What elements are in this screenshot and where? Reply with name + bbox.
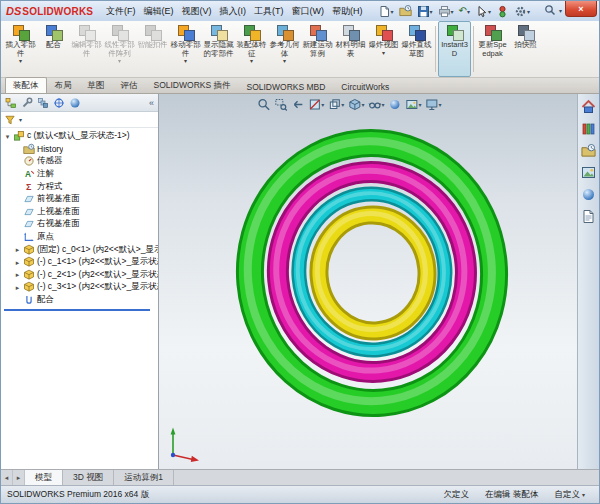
print-button[interactable]: ▾ — [437, 4, 455, 19]
tree-item-origin[interactable]: 原点 — [1, 231, 158, 244]
expand-icon[interactable]: ▸ — [14, 271, 21, 278]
tree-item-mates[interactable]: 配合 — [1, 294, 158, 307]
mate-button[interactable]: 配合 — [37, 21, 70, 77]
ring-assembly-model[interactable] — [159, 94, 577, 469]
tab-solidworks-mbd[interactable]: SOLIDWORKS MBD — [238, 79, 333, 93]
expand-icon[interactable]: ▸ — [14, 246, 21, 253]
zoom-to-fit-icon[interactable] — [256, 97, 271, 112]
close-button[interactable]: × — [565, 1, 597, 17]
graphics-area[interactable]: ▾ ▾ ▾ ▾ ▾ ▾ — [159, 94, 577, 469]
plane-icon — [23, 193, 35, 205]
move-component-button[interactable]: 移动零部件 ▾ — [169, 21, 202, 77]
view-settings-icon[interactable]: ▾ — [424, 97, 442, 112]
display-style-icon[interactable]: ▾ — [347, 97, 365, 112]
tree-item-front-plane[interactable]: 前视基准面 — [1, 193, 158, 206]
select-button[interactable]: ▾ — [474, 4, 492, 19]
exploded-view-button[interactable]: 爆炸视图 ▾ — [367, 21, 400, 77]
status-custom-dropdown[interactable]: 自定义▾ — [554, 489, 585, 501]
tree-item-top-plane[interactable]: 上视基准面 — [1, 206, 158, 219]
tree-item-component-c0[interactable]: ▸ (固定) c_0<1> (内2<<默认>_显示状态 — [1, 243, 158, 256]
section-view-icon[interactable]: ▾ — [307, 97, 325, 112]
tab-model[interactable]: 模型 — [25, 470, 63, 485]
collapse-panel-icon[interactable]: « — [149, 98, 154, 108]
tree-item-component-c2[interactable]: ▸ (-) c_2<1> (内2<<默认>_显示状态 1> — [1, 269, 158, 282]
menu-view[interactable]: 视图(V) — [178, 2, 216, 21]
chevron-down-icon[interactable]: ▾ — [559, 7, 562, 14]
show-hidden-components-button[interactable]: 显示隐藏的零部件 — [202, 21, 235, 77]
tab-motion-study-1[interactable]: 运动算例1 — [114, 470, 174, 485]
tree-item-label: History — [37, 144, 63, 154]
zoom-to-area-icon[interactable] — [273, 97, 288, 112]
options-button[interactable]: ▾ — [513, 4, 531, 19]
tree-item-component-c1[interactable]: ▸ (-) c_1<1> (内2<<默认>_显示状态 1> — [1, 256, 158, 269]
propertymanager-tab-icon[interactable] — [21, 97, 33, 109]
tree-item-annotations[interactable]: 注解 — [1, 168, 158, 181]
edit-appearance-icon[interactable] — [387, 97, 402, 112]
instant3d-icon — [447, 25, 463, 40]
chevron-down-icon: ▾ — [19, 58, 22, 64]
menu-help[interactable]: 帮助(H) — [328, 2, 367, 21]
assembly-features-button[interactable]: 装配体特征 ▾ — [235, 21, 268, 77]
take-snapshot-button[interactable]: 拍快照 — [509, 21, 542, 77]
custom-properties-icon[interactable] — [580, 208, 598, 225]
new-document-button[interactable]: ▾ — [377, 4, 395, 19]
update-speedpak-button[interactable]: 更新Speedpak — [476, 21, 509, 77]
tab-circuitworks[interactable]: CircuitWorks — [333, 79, 397, 93]
view-orientation-icon[interactable]: ▾ — [327, 97, 345, 112]
appearances-scenes-icon[interactable] — [580, 186, 598, 203]
tree-item-sensors[interactable]: 传感器 — [1, 155, 158, 168]
menu-insert[interactable]: 插入(I) — [216, 2, 251, 21]
instant3d-button[interactable]: Instant3D — [438, 21, 471, 77]
tab-scroll-right-icon[interactable]: ▸ — [13, 470, 25, 485]
rollback-bar[interactable] — [4, 309, 150, 311]
linear-component-pattern-button[interactable]: 线性零部件阵列 ▾ — [103, 21, 136, 77]
search-icon[interactable] — [544, 4, 556, 16]
view-palette-icon[interactable] — [580, 164, 598, 181]
save-button[interactable]: ▾ — [416, 4, 434, 19]
tab-layout[interactable]: 布局 — [47, 77, 80, 93]
chevron-down-icon[interactable]: ▾ — [19, 116, 22, 123]
menu-tools[interactable]: 工具(T) — [250, 2, 288, 21]
tab-solidworks-addins[interactable]: SOLIDWORKS 插件 — [146, 77, 239, 93]
tab-3d-views[interactable]: 3D 视图 — [63, 470, 114, 485]
menu-edit[interactable]: 编辑(E) — [140, 2, 178, 21]
configurationmanager-tab-icon[interactable] — [37, 97, 49, 109]
rebuild-button[interactable] — [495, 4, 510, 19]
displaymanager-tab-icon[interactable] — [69, 97, 81, 109]
tree-item-equations[interactable]: 方程式 — [1, 180, 158, 193]
tab-scroll-left-icon[interactable]: ◂ — [1, 470, 13, 485]
expand-icon[interactable]: ▸ — [14, 284, 21, 291]
new-motion-study-button[interactable]: 新建运动算例 — [301, 21, 334, 77]
design-library-icon[interactable] — [580, 120, 598, 137]
undo-button[interactable]: ↶ ▾ — [458, 5, 471, 17]
featuremanager-tree-tab-icon[interactable] — [5, 97, 17, 109]
collapse-icon[interactable]: ▾ — [4, 133, 11, 140]
new-motion-study-icon — [310, 25, 326, 40]
edit-component-button[interactable]: 编辑零部件 — [70, 21, 103, 77]
insert-components-button[interactable]: 插入零部件 ▾ — [4, 21, 37, 77]
smart-fasteners-button[interactable]: 智能扣件 — [136, 21, 169, 77]
tab-assembly[interactable]: 装配体 — [5, 77, 47, 93]
open-button[interactable] — [398, 4, 413, 19]
solidworks-resources-icon[interactable] — [580, 98, 598, 115]
tree-item-assembly-root[interactable]: ▾ c (默认<默认_显示状态-1>) — [1, 130, 158, 143]
menu-file[interactable]: 文件(F) — [102, 2, 140, 21]
explode-line-sketch-button[interactable]: 爆炸直线草图 — [400, 21, 433, 77]
dimxpertmanager-tab-icon[interactable] — [53, 97, 65, 109]
hide-show-items-icon[interactable]: ▾ — [367, 97, 385, 112]
print-icon — [438, 5, 451, 18]
tree-item-component-c3[interactable]: ▸ (-) c_3<1> (内2<<默认>_显示状态 1> — [1, 281, 158, 294]
tab-sketch[interactable]: 草图 — [80, 77, 113, 93]
expand-icon[interactable]: ▸ — [14, 259, 21, 266]
tree-item-history[interactable]: History — [1, 143, 158, 156]
previous-view-icon[interactable] — [290, 97, 305, 112]
file-explorer-icon[interactable] — [580, 142, 598, 159]
reference-geometry-button[interactable]: 参考几何体 ▾ — [268, 21, 301, 77]
apply-scene-icon[interactable]: ▾ — [404, 97, 422, 112]
menu-window[interactable]: 窗口(W) — [288, 2, 329, 21]
bill-of-materials-button[interactable]: 材料明细表 — [334, 21, 367, 77]
tab-evaluate[interactable]: 评估 — [113, 77, 146, 93]
filter-funnel-icon[interactable] — [4, 114, 16, 126]
chevron-down-icon: ▾ — [118, 58, 121, 64]
tree-item-right-plane[interactable]: 右视基准面 — [1, 218, 158, 231]
